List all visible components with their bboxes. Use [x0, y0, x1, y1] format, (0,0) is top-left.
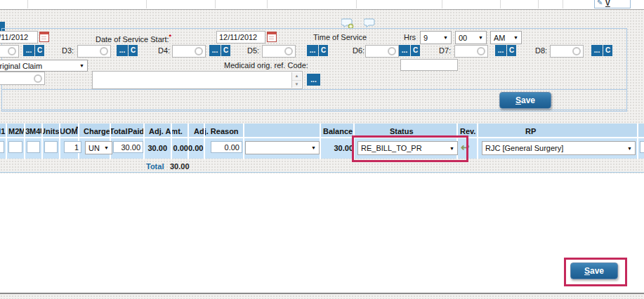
dx8-browse-button[interactable]: ...	[591, 45, 603, 56]
dx7-label: D7:	[439, 46, 451, 55]
adj-amt-cell[interactable]: 0.00	[211, 141, 242, 153]
grid-divider	[146, 0, 147, 8]
col-divider	[477, 124, 478, 159]
dx4-browse-button[interactable]: ...	[209, 45, 221, 56]
dx3-field[interactable]	[77, 45, 111, 58]
dx5-browse-button[interactable]: ...	[307, 45, 318, 56]
col-divider	[143, 124, 145, 159]
col-divider	[320, 124, 321, 159]
dos-start-field[interactable]: 12/11/2012	[216, 31, 265, 44]
m4-cell[interactable]	[44, 141, 58, 153]
col-divider	[188, 124, 189, 159]
save-highlight-box	[564, 258, 627, 286]
required-marker: *	[169, 33, 172, 40]
dx5-field[interactable]	[262, 45, 296, 58]
dx2-browse-button[interactable]: ...	[23, 45, 34, 56]
chevron-down-icon: ▼	[79, 63, 87, 68]
col-adj-amt: Adj. Amt.	[149, 127, 183, 135]
col-divider	[59, 124, 60, 159]
m3-cell[interactable]	[27, 141, 40, 153]
chevron-down-icon: ▼	[443, 35, 451, 40]
col-rp: RP	[525, 127, 536, 135]
top-grid-strip: ✎ V	[0, 0, 644, 10]
calendar-icon[interactable]	[267, 32, 277, 42]
lookup-icon	[34, 74, 42, 83]
col-paid: Paid	[128, 127, 144, 135]
balance-cell: 30.00	[322, 144, 353, 152]
table-total-value: 30.00	[170, 162, 190, 171]
col-divider	[637, 124, 638, 159]
units-cell[interactable]: 1	[64, 141, 81, 153]
pencil-icon: ✎	[597, 0, 603, 6]
dx7-field[interactable]	[454, 45, 488, 58]
dx4-field[interactable]	[172, 45, 206, 58]
notes-browse-button[interactable]: ...	[307, 74, 320, 86]
dx2-clear-button[interactable]: C	[35, 45, 44, 56]
claim-details-panel: 12/11/2012 Date of Service Start:* 12/11…	[1, 28, 627, 112]
spinner-up-icon[interactable]: ▲	[292, 72, 301, 81]
notes-textarea[interactable]: ▲ ▼	[92, 71, 303, 89]
chevron-down-icon: ▼	[104, 145, 112, 150]
col-m4: M4	[29, 127, 40, 135]
grid-divider	[563, 0, 563, 8]
grid-divider	[27, 0, 28, 8]
spinner-down-icon[interactable]: ▼	[292, 81, 301, 88]
meridiem-select[interactable]: AM ▼	[490, 31, 522, 44]
dx4-clear-button[interactable]: C	[221, 45, 230, 56]
col-divider	[243, 124, 244, 159]
verify-link[interactable]: V	[605, 0, 610, 7]
panel-save-button[interactable]: Save	[499, 92, 551, 109]
m2-cell[interactable]	[8, 141, 22, 153]
col-charge: Charge	[84, 127, 110, 135]
dx7-browse-button[interactable]: ...	[495, 45, 506, 56]
code-search-field[interactable]	[0, 72, 45, 85]
col-divider	[24, 124, 25, 159]
bottom-divider	[0, 293, 644, 294]
grid-divider	[500, 0, 501, 8]
dx6-browse-button[interactable]: ...	[399, 45, 410, 56]
col-balance: Balance	[323, 127, 353, 135]
col-total: Total	[110, 127, 127, 135]
dx5-clear-button[interactable]: C	[319, 45, 328, 56]
dos-start-label: Date of Service Start:*	[96, 33, 171, 44]
charge-cell[interactable]: 30.00	[113, 141, 143, 153]
uom-select[interactable]: UN ▼	[85, 141, 112, 154]
minute-select[interactable]: 00 ▼	[455, 31, 487, 44]
dx8-clear-button[interactable]: C	[603, 45, 612, 56]
dx2-field[interactable]	[0, 45, 19, 58]
grid-divider	[356, 0, 357, 8]
time-of-service-label: Time of Service	[313, 33, 367, 41]
dx6-field[interactable]	[365, 45, 399, 58]
dx8-label: D8:	[535, 46, 547, 55]
medicaid-ref-field[interactable]	[400, 59, 458, 71]
panel-save-bar: Save	[2, 89, 626, 110]
dx3-browse-button[interactable]: ...	[117, 45, 128, 56]
m1-cell[interactable]	[0, 141, 4, 153]
paid-cell: 0.00	[171, 144, 188, 152]
dx7-clear-button[interactable]: C	[507, 45, 516, 56]
col-divider	[6, 124, 7, 159]
grid-divider	[267, 0, 268, 8]
hour-select[interactable]: 9 ▼	[420, 31, 452, 44]
dx6-clear-button[interactable]: C	[411, 45, 420, 56]
dx8-field[interactable]	[550, 45, 584, 58]
claim-type-select[interactable]: Original Claim ▼	[0, 60, 88, 72]
total-cell: 30.00	[143, 144, 167, 152]
verify-cell[interactable]: ✎ V	[594, 0, 631, 8]
lookup-icon	[284, 47, 293, 55]
dos-end-field[interactable]: 12/11/2012	[0, 31, 38, 44]
chevron-down-icon: ▼	[311, 145, 319, 150]
col-rev: Rev.	[460, 127, 475, 135]
calendar-icon[interactable]	[39, 32, 49, 42]
spinner[interactable]: ▲ ▼	[291, 72, 301, 88]
col-divider	[171, 124, 172, 159]
adj-reason-select[interactable]: ▼	[245, 141, 320, 154]
rp-select[interactable]: RJC [General Surgery] ▼	[482, 141, 636, 155]
grid-divider	[442, 0, 442, 8]
dx3-clear-button[interactable]: C	[129, 45, 138, 56]
claim-screen: ✎ V 12/11/2012 Date of Service Start:* 1…	[0, 0, 644, 299]
lookup-icon	[477, 47, 485, 55]
chevron-down-icon: ▼	[627, 146, 635, 151]
paid-secondary-cell: 0.00	[188, 144, 203, 152]
chevron-down-icon: ▼	[513, 35, 521, 40]
